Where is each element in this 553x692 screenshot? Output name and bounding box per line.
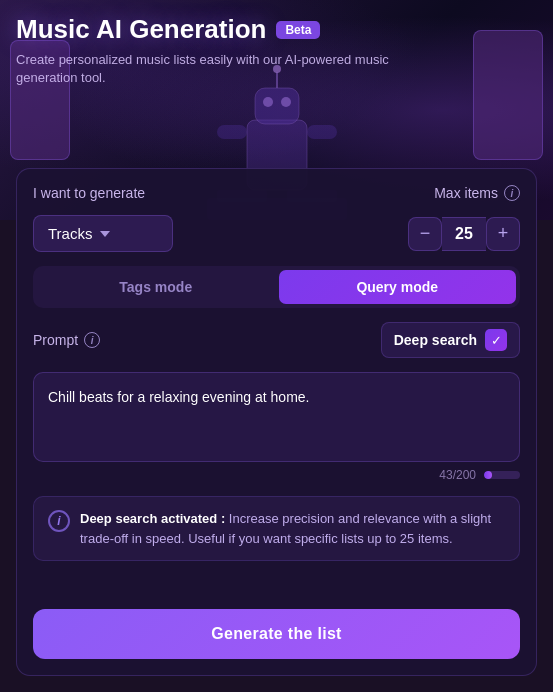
deep-search-checkbox[interactable]: ✓ <box>485 329 507 351</box>
info-bold-text: Deep search activated : <box>80 511 225 526</box>
info-box-text: Deep search activated : Increase precisi… <box>80 509 505 548</box>
max-items-info-icon[interactable]: i <box>504 185 520 201</box>
tags-mode-tab[interactable]: Tags mode <box>37 270 275 304</box>
tracks-row: Tracks − 25 + <box>33 215 520 252</box>
prompt-textarea[interactable]: Chill beats for a relaxing evening at ho… <box>33 372 520 462</box>
app-header: Music AI Generation Beta Create personal… <box>16 14 537 87</box>
main-card: I want to generate Max items i Tracks − … <box>16 168 537 676</box>
max-items-group: Max items i <box>434 185 520 201</box>
beta-badge: Beta <box>276 21 320 39</box>
max-items-label: Max items <box>434 185 498 201</box>
char-progress-fill <box>484 471 492 479</box>
info-circle-icon: i <box>48 510 70 532</box>
top-controls: I want to generate Max items i <box>33 185 520 201</box>
char-count: 43/200 <box>439 468 476 482</box>
deep-search-toggle[interactable]: Deep search ✓ <box>381 322 520 358</box>
tracks-dropdown[interactable]: Tracks <box>33 215 173 252</box>
app-subtitle: Create personalized music lists easily w… <box>16 51 436 87</box>
deep-search-label: Deep search <box>394 332 477 348</box>
char-count-row: 43/200 <box>33 468 520 482</box>
generate-button[interactable]: Generate the list <box>33 609 520 659</box>
increment-button[interactable]: + <box>486 217 520 251</box>
check-icon: ✓ <box>491 333 502 348</box>
generate-label: I want to generate <box>33 185 145 201</box>
chevron-down-icon <box>100 231 110 237</box>
char-progress-bar <box>484 471 520 479</box>
prompt-label-group: Prompt i <box>33 332 100 348</box>
prompt-info-icon[interactable]: i <box>84 332 100 348</box>
track-type-label: Tracks <box>48 225 92 242</box>
prompt-label-text: Prompt <box>33 332 78 348</box>
app-title: Music AI Generation <box>16 14 266 45</box>
query-mode-tab[interactable]: Query mode <box>279 270 517 304</box>
counter-value: 25 <box>442 217 486 251</box>
deep-search-info-box: i Deep search activated : Increase preci… <box>33 496 520 561</box>
prompt-row: Prompt i Deep search ✓ <box>33 322 520 358</box>
mode-tabs: Tags mode Query mode <box>33 266 520 308</box>
decrement-button[interactable]: − <box>408 217 442 251</box>
counter-group: − 25 + <box>408 217 520 251</box>
